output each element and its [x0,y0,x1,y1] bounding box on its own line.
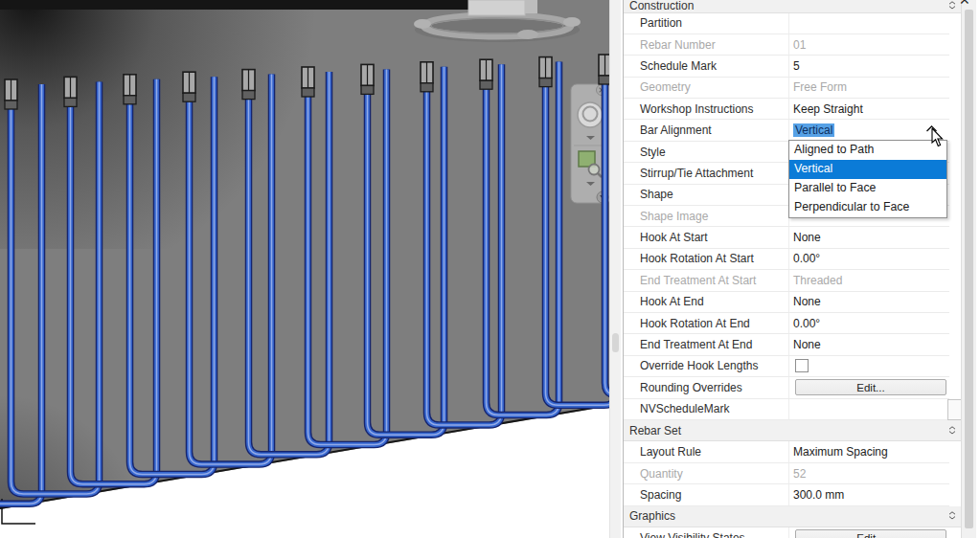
property-label: Schedule Mark [624,56,788,76]
close-icon[interactable]: ✕ [959,0,970,8]
magnifier-icon [589,165,600,175]
rebar-coupler[interactable] [539,57,552,87]
property-label: View Visibility States [624,527,788,538]
property-row: View Visibility StatesEdit... [624,527,949,538]
dropdown-item[interactable]: Parallel to Face [789,179,946,198]
property-value[interactable]: 0.00° [788,313,949,333]
property-label: Spacing [624,484,788,504]
property-value[interactable]: 5 [788,56,949,76]
property-row: Hook At EndNone [624,292,949,313]
property-value[interactable] [788,399,949,419]
combo-selected-text[interactable]: Vertical [793,123,834,137]
rebar-coupler[interactable] [302,67,314,97]
value-text: Threaded [793,274,842,287]
property-value[interactable]: None [788,292,949,312]
property-row: Hook At StartNone [624,227,949,248]
panel-scrollbar[interactable] [961,0,976,538]
property-row: Hook Rotation At Start0.00° [624,249,949,270]
property-value[interactable]: None [788,227,949,247]
property-row: GeometryFree Form [624,78,949,99]
property-label: NVScheduleMark [624,399,788,419]
properties-panel: ConstructionPartitionRebar Number01Sched… [623,0,962,538]
value-text: 0.00° [793,252,820,265]
value-text: 300.0 mm [793,488,844,502]
property-value[interactable] [788,13,949,34]
property-value[interactable]: None [788,334,949,354]
property-label: Hook At Start [624,227,788,247]
property-value[interactable]: Edit... [788,527,949,538]
panel-scrollbar-thumb[interactable] [965,10,973,528]
property-row: NVScheduleMark [624,399,949,420]
revit-window: ConstructionPartitionRebar Number01Sched… [0,0,980,538]
viewport-scrollbar[interactable] [609,0,621,538]
property-label: Stirrup/Tie Attachment [624,163,788,183]
property-value[interactable]: Free Form [788,78,949,98]
dropdown-item[interactable]: Perpendicular to Face [789,198,946,217]
value-text: 52 [793,467,806,481]
dropdown-item[interactable]: Aligned to Path [789,141,946,160]
property-row: Hook Rotation At End0.00° [624,313,949,334]
property-label: Hook Rotation At End [624,313,788,333]
property-label: Layout Rule [624,441,788,461]
value-text: Maximum Spacing [793,445,888,459]
property-label: End Treatment At Start [624,270,788,290]
property-label: End Treatment At End [624,334,788,354]
property-label: Partition [624,13,788,34]
section-collapse-icon[interactable] [948,1,956,10]
property-value[interactable]: 01 [788,34,949,55]
dropdown-item[interactable]: Vertical [789,160,946,179]
section-header[interactable]: Rebar Set [624,420,962,442]
section-header[interactable]: Construction [624,0,962,13]
row-side-button[interactable] [947,399,962,420]
property-value[interactable]: Maximum Spacing [788,441,949,461]
section-header-label: Construction [629,0,694,12]
property-value[interactable]: Threaded [788,270,949,290]
property-row: Override Hook Lengths [624,356,949,377]
edit-button[interactable]: Edit... [795,529,946,538]
property-row: Rebar Number01 [624,34,949,56]
property-label: Shape [624,185,788,205]
rebar-coupler[interactable] [124,75,136,104]
value-text: Keep Straight [793,102,863,116]
value-text: None [793,231,821,244]
edit-button[interactable]: Edit... [795,379,946,395]
property-row: Schedule Mark5 [624,56,949,77]
property-label: Hook At End [624,292,788,312]
rebar-coupler[interactable] [64,77,77,106]
property-value[interactable]: 300.0 mm [788,484,949,504]
rebar-coupler[interactable] [242,70,255,100]
property-value[interactable]: 0.00° [788,249,949,269]
section-header-label: Rebar Set [629,424,681,437]
bar-alignment-dropdown[interactable]: Aligned to PathVerticalParallel to FaceP… [788,140,947,218]
property-row: End Treatment At StartThreaded [624,270,949,291]
rebar-coupler[interactable] [480,59,492,89]
value-text: 0.00° [793,317,820,330]
section-header[interactable]: Graphics [624,506,962,528]
viewport-scrollbar-thumb[interactable] [612,333,619,352]
property-row: Layout RuleMaximum Spacing [624,441,949,462]
rebar-coupler[interactable] [183,72,195,101]
property-value[interactable]: Edit... [788,377,949,397]
section-collapse-icon[interactable] [948,426,956,435]
override-hook-lengths-checkbox[interactable] [795,359,809,372]
mouse-cursor [931,128,946,149]
property-row: Rounding OverridesEdit... [624,377,949,398]
property-label: Shape Image [624,206,788,226]
rebar-coupler[interactable] [5,79,17,109]
rebar-coupler[interactable] [361,64,374,94]
rebar-coupler[interactable] [421,62,433,92]
value-text: None [793,295,821,308]
property-value[interactable] [788,356,949,376]
property-value[interactable]: 52 [788,463,949,483]
property-row: Workshop InstructionsKeep Straight [624,99,949,120]
property-row: End Treatment At EndNone [624,334,949,355]
value-text: 5 [793,59,800,73]
section-collapse-icon[interactable] [948,511,956,520]
property-label: Workshop Instructions [624,99,788,119]
property-value[interactable]: Keep Straight [788,99,949,119]
property-label: Override Hook Lengths [624,356,788,376]
model-viewport[interactable] [0,0,610,538]
property-row: Bar AlignmentVertical [624,120,949,141]
property-row: Spacing300.0 mm [624,484,949,505]
property-row: Quantity52 [624,463,949,484]
